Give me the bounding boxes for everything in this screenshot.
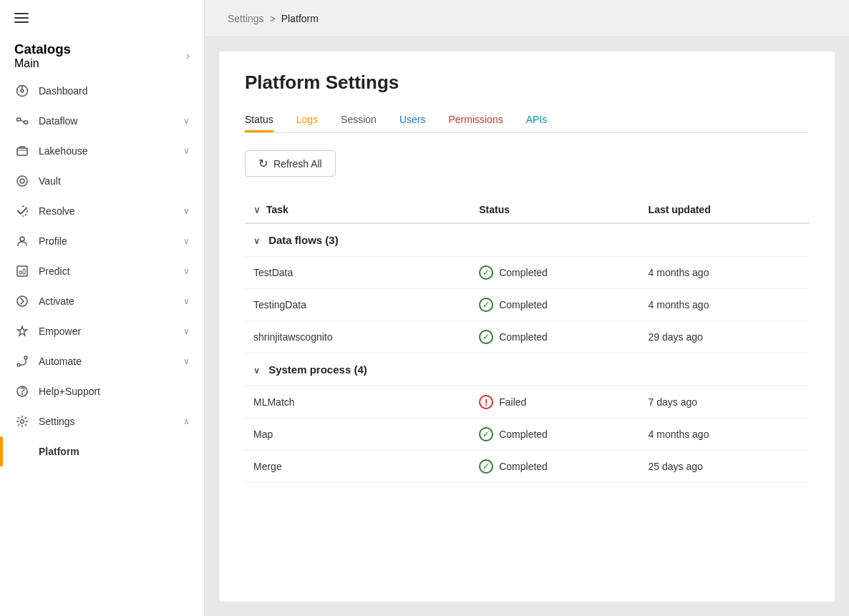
- catalogs-subtitle: Main: [14, 57, 39, 69]
- content-panel: Platform Settings Status Logs Session Us…: [219, 52, 835, 602]
- task-name-mlmatch: MLMatch: [245, 386, 470, 419]
- resolve-icon: [14, 203, 30, 219]
- group-dataflows-label: ∨ Data flows (3): [245, 223, 809, 257]
- sidebar-item-predict[interactable]: Predict ∨: [0, 256, 204, 286]
- help-icon: [14, 383, 30, 399]
- group-dataflows: ∨ Data flows (3): [245, 223, 809, 257]
- automate-icon: [14, 353, 30, 369]
- task-table: ∨Task Status Last updated ∨ Data flows (…: [245, 197, 809, 483]
- profile-chevron-icon: ∨: [183, 236, 190, 246]
- predict-icon: [14, 263, 30, 279]
- dashboard-icon: [14, 83, 30, 99]
- sidebar-item-vault[interactable]: Vault: [0, 166, 204, 196]
- breadcrumb: Settings > Platform: [205, 0, 849, 37]
- svg-rect-3: [17, 118, 21, 121]
- svg-rect-4: [24, 121, 28, 124]
- check-icon: ✓: [479, 427, 493, 441]
- sidebar-label-settings: Settings: [39, 416, 183, 427]
- sidebar-item-platform[interactable]: Platform: [0, 436, 204, 466]
- catalogs-title: Catalogs: [14, 41, 71, 57]
- sidebar-label-resolve: Resolve: [39, 205, 183, 217]
- predict-chevron-icon: ∨: [183, 266, 190, 276]
- svg-point-15: [21, 420, 24, 424]
- status-testingdata: ✓ Completed: [470, 289, 639, 321]
- automate-chevron-icon: ∨: [183, 356, 190, 366]
- table-row: MLMatch ! Failed 7 days ago: [245, 386, 809, 419]
- breadcrumb-separator: >: [270, 13, 276, 24]
- system-collapse-icon[interactable]: ∨: [253, 366, 260, 376]
- main-area: Settings > Platform Platform Settings St…: [205, 0, 849, 616]
- platform-sub-spacer: [14, 444, 30, 459]
- tab-session[interactable]: Session: [341, 108, 377, 132]
- catalogs-section: Catalogs Main ›: [0, 30, 204, 76]
- sidebar-item-lakehouse[interactable]: Lakehouse ∨: [0, 136, 204, 166]
- col-header-task: ∨Task: [245, 197, 470, 223]
- col-header-updated: Last updated: [640, 197, 809, 223]
- sidebar-label-dataflow: Dataflow: [39, 115, 183, 127]
- tabs-bar: Status Logs Session Users Permissions AP…: [245, 108, 809, 133]
- sidebar-label-help: Help+Support: [39, 386, 190, 397]
- collapse-all-icon[interactable]: ∨: [253, 205, 261, 215]
- sidebar-label-lakehouse: Lakehouse: [39, 145, 183, 157]
- fail-icon: !: [479, 395, 493, 409]
- breadcrumb-parent[interactable]: Settings: [228, 13, 264, 24]
- group-system-label: ∨ System process (4): [245, 353, 809, 386]
- sidebar-label-activate: Activate: [39, 295, 183, 307]
- breadcrumb-current: Platform: [281, 13, 319, 24]
- table-row: TestData ✓ Completed 4 months ago: [245, 257, 809, 289]
- updated-testdata: 4 months ago: [640, 257, 809, 289]
- sidebar-label-vault: Vault: [39, 175, 190, 187]
- hamburger-menu[interactable]: [0, 0, 204, 30]
- sidebar-item-resolve[interactable]: Resolve ∨: [0, 196, 204, 226]
- empower-chevron-icon: ∨: [183, 326, 190, 336]
- col-header-status: Status: [470, 197, 639, 223]
- svg-point-8: [20, 179, 24, 183]
- lakehouse-chevron-icon: ∨: [183, 146, 190, 156]
- sidebar-item-automate[interactable]: Automate ∨: [0, 346, 204, 376]
- sidebar-item-settings[interactable]: Settings ∧: [0, 406, 204, 436]
- status-testdata: ✓ Completed: [470, 257, 639, 289]
- sidebar-item-profile[interactable]: Profile ∨: [0, 226, 204, 256]
- profile-icon: [14, 233, 30, 249]
- tab-status[interactable]: Status: [245, 108, 273, 132]
- sidebar-label-automate: Automate: [39, 356, 183, 367]
- check-icon: ✓: [479, 298, 493, 312]
- settings-chevron-icon: ∧: [183, 416, 190, 426]
- sidebar-item-dashboard[interactable]: Dashboard: [0, 76, 204, 106]
- sidebar-item-activate[interactable]: Activate ∨: [0, 286, 204, 316]
- status-shrinjitaws: ✓ Completed: [470, 321, 639, 353]
- lakehouse-icon: [14, 143, 30, 159]
- tab-users[interactable]: Users: [399, 108, 426, 132]
- dataflows-collapse-icon[interactable]: ∨: [253, 236, 260, 246]
- svg-point-11: [17, 296, 27, 306]
- table-row: TestingData ✓ Completed 4 months ago: [245, 289, 809, 321]
- catalogs-chevron-icon[interactable]: ›: [186, 49, 190, 62]
- refresh-icon: ↻: [258, 157, 268, 170]
- tab-apis[interactable]: APIs: [526, 108, 548, 132]
- sidebar-label-dashboard: Dashboard: [39, 85, 190, 97]
- svg-point-7: [17, 176, 27, 186]
- activate-chevron-icon: ∨: [183, 296, 190, 306]
- task-name-merge: Merge: [245, 451, 470, 483]
- sidebar-item-dataflow[interactable]: Dataflow ∨: [0, 106, 204, 136]
- updated-merge: 25 days ago: [640, 451, 809, 483]
- dataflow-icon: [14, 113, 30, 129]
- dataflow-chevron-icon: ∨: [183, 116, 190, 126]
- task-name-testdata: TestData: [245, 257, 470, 289]
- empower-icon: [14, 323, 30, 339]
- table-row: shrinjitawscognito ✓ Completed 29 days a…: [245, 321, 809, 353]
- task-name-testingdata: TestingData: [245, 289, 470, 321]
- settings-icon: [14, 414, 30, 429]
- refresh-label: Refresh All: [273, 158, 322, 170]
- status-map: ✓ Completed: [470, 419, 639, 451]
- refresh-all-button[interactable]: ↻ Refresh All: [245, 150, 336, 177]
- sidebar-label-predict: Predict: [39, 265, 183, 277]
- tab-permissions[interactable]: Permissions: [448, 108, 503, 132]
- sidebar-label-platform: Platform: [39, 446, 190, 457]
- check-icon: ✓: [479, 459, 493, 474]
- table-row: Merge ✓ Completed 25 days ago: [245, 451, 809, 483]
- tab-logs[interactable]: Logs: [296, 108, 318, 132]
- sidebar-item-empower[interactable]: Empower ∨: [0, 316, 204, 346]
- svg-rect-6: [17, 148, 27, 155]
- sidebar-item-help[interactable]: Help+Support: [0, 376, 204, 406]
